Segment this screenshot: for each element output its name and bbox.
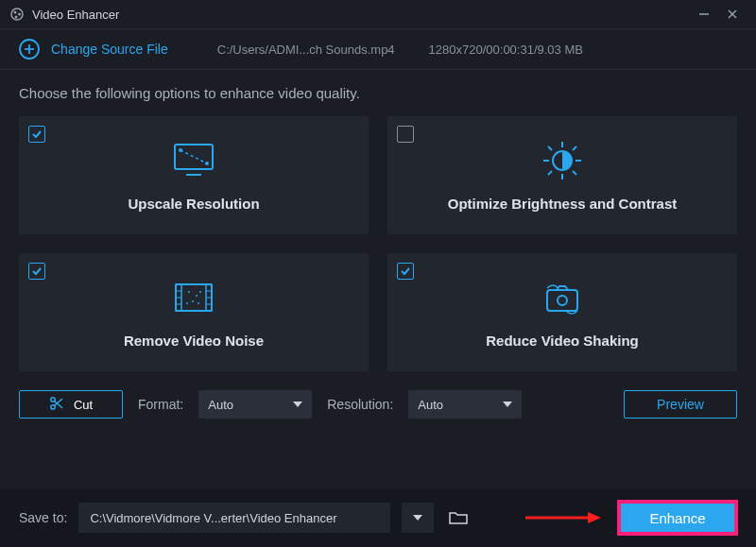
save-path-dropdown[interactable] <box>402 503 434 533</box>
save-path-value: C:\Vidmore\Vidmore V...erter\Video Enhan… <box>90 511 336 525</box>
svg-point-35 <box>192 300 194 302</box>
annotation-arrow <box>525 508 601 527</box>
resolution-label: Resolution: <box>327 397 393 412</box>
card-remove-noise[interactable]: Remove Video Noise <box>19 253 369 371</box>
chevron-down-icon <box>293 402 302 407</box>
svg-point-37 <box>186 302 188 304</box>
svg-point-36 <box>199 291 201 293</box>
svg-point-2 <box>18 13 21 16</box>
card-optimize-brightness[interactable]: Optimize Brightness and Contrast <box>387 116 737 234</box>
add-file-button[interactable] <box>19 39 40 60</box>
enhance-label: Enhance <box>649 510 705 526</box>
monitor-resolution-icon <box>169 139 218 182</box>
checkbox-icon[interactable] <box>28 126 45 143</box>
scissors-icon <box>49 396 64 414</box>
svg-marker-46 <box>588 512 601 523</box>
chevron-down-icon <box>413 515 422 521</box>
brightness-contrast-icon <box>540 139 585 182</box>
source-meta: 1280x720/00:00:31/9.03 MB <box>429 43 583 57</box>
footer-bar: Save to: C:\Vidmore\Vidmore V...erter\Vi… <box>0 488 756 547</box>
preview-button[interactable]: Preview <box>624 390 737 419</box>
svg-point-40 <box>558 296 567 305</box>
svg-point-33 <box>188 291 190 293</box>
minimize-button[interactable] <box>690 0 718 28</box>
cut-label: Cut <box>74 398 93 412</box>
svg-rect-10 <box>175 145 213 169</box>
svg-point-3 <box>15 16 18 19</box>
window-title: Video Enhancer <box>32 8 690 22</box>
format-value: Auto <box>208 398 233 412</box>
checkbox-icon[interactable] <box>397 126 414 143</box>
format-dropdown[interactable]: Auto <box>198 390 312 419</box>
svg-line-21 <box>573 171 576 175</box>
source-path: C:/Users/ADMI...ch Sounds.mp4 <box>217 43 395 57</box>
svg-line-22 <box>548 171 552 175</box>
svg-point-34 <box>196 295 198 297</box>
film-noise-icon <box>170 276 217 319</box>
card-label: Remove Video Noise <box>124 333 264 349</box>
change-source-link[interactable]: Change Source File <box>51 42 168 57</box>
card-label: Upscale Resolution <box>128 196 259 212</box>
instruction-text: Choose the following options to enhance … <box>0 70 756 111</box>
svg-point-1 <box>14 11 17 14</box>
enhance-options-grid: Upscale Resolution Optimize Brightness a… <box>0 111 756 383</box>
card-label: Reduce Video Shaking <box>486 333 638 349</box>
card-label: Optimize Brightness and Contrast <box>448 196 678 212</box>
cut-button[interactable]: Cut <box>19 390 123 419</box>
camera-shake-icon <box>536 276 589 319</box>
svg-line-20 <box>548 146 552 150</box>
svg-point-0 <box>11 9 23 20</box>
close-button[interactable] <box>718 0 747 28</box>
svg-line-23 <box>573 146 576 150</box>
resolution-value: Auto <box>418 398 443 412</box>
svg-point-13 <box>179 148 182 152</box>
titlebar: Video Enhancer <box>0 0 756 28</box>
svg-rect-39 <box>547 290 577 311</box>
card-reduce-shaking[interactable]: Reduce Video Shaking <box>387 253 737 371</box>
card-upscale-resolution[interactable]: Upscale Resolution <box>19 116 369 234</box>
svg-point-14 <box>205 162 209 165</box>
preview-label: Preview <box>657 397 704 412</box>
chevron-down-icon <box>503 402 512 407</box>
checkbox-icon[interactable] <box>397 263 414 280</box>
app-icon <box>9 7 25 22</box>
save-path-field[interactable]: C:\Vidmore\Vidmore V...erter\Video Enhan… <box>78 503 390 533</box>
svg-point-38 <box>198 302 199 304</box>
checkbox-icon[interactable] <box>28 263 45 280</box>
saveto-label: Save to: <box>19 510 67 525</box>
resolution-dropdown[interactable]: Auto <box>408 390 522 419</box>
svg-line-12 <box>180 150 207 163</box>
browse-folder-button[interactable] <box>445 504 472 531</box>
format-label: Format: <box>138 397 183 412</box>
source-row: Change Source File C:/Users/ADMI...ch So… <box>0 29 756 69</box>
enhance-button[interactable]: Enhance <box>618 501 737 535</box>
controls-row: Cut Format: Auto Resolution: Auto Previe… <box>0 383 756 436</box>
